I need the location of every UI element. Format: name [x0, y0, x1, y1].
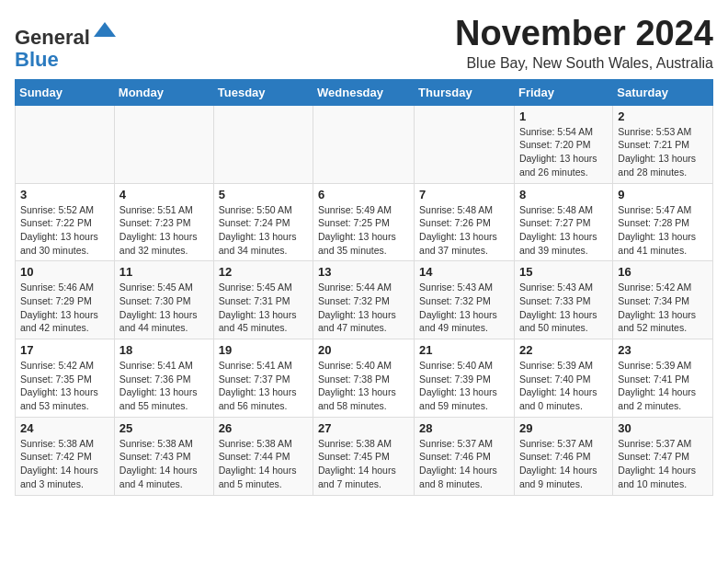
day-number: 24 — [20, 421, 109, 435]
calendar-cell: 17Sunrise: 5:42 AMSunset: 7:35 PMDayligh… — [16, 339, 115, 418]
day-number: 29 — [519, 421, 608, 435]
calendar-cell: 21Sunrise: 5:40 AMSunset: 7:39 PMDayligh… — [415, 339, 515, 418]
day-info: Sunrise: 5:51 AMSunset: 7:23 PMDaylight:… — [119, 203, 209, 258]
calendar-cell — [415, 105, 515, 183]
day-number: 12 — [219, 265, 308, 279]
day-number: 18 — [119, 343, 209, 357]
calendar-cell: 30Sunrise: 5:37 AMSunset: 7:47 PMDayligh… — [613, 417, 713, 495]
day-info: Sunrise: 5:49 AMSunset: 7:25 PMDaylight:… — [318, 203, 409, 258]
calendar-cell: 9Sunrise: 5:47 AMSunset: 7:28 PMDaylight… — [613, 183, 713, 261]
calendar-cell: 27Sunrise: 5:38 AMSunset: 7:45 PMDayligh… — [313, 417, 415, 495]
calendar-cell: 15Sunrise: 5:43 AMSunset: 7:33 PMDayligh… — [514, 261, 612, 339]
day-number: 10 — [20, 265, 109, 279]
day-info: Sunrise: 5:47 AMSunset: 7:28 PMDaylight:… — [618, 203, 708, 258]
calendar-cell — [16, 105, 115, 183]
day-number: 15 — [519, 265, 608, 279]
day-number: 19 — [219, 343, 308, 357]
day-number: 5 — [219, 188, 308, 201]
week-row-2: 3Sunrise: 5:52 AMSunset: 7:22 PMDaylight… — [16, 183, 713, 261]
calendar-cell: 14Sunrise: 5:43 AMSunset: 7:32 PMDayligh… — [415, 261, 515, 339]
day-number: 4 — [119, 188, 209, 201]
day-info: Sunrise: 5:38 AMSunset: 7:44 PMDaylight:… — [219, 437, 308, 491]
calendar-cell: 16Sunrise: 5:42 AMSunset: 7:34 PMDayligh… — [613, 261, 713, 339]
calendar-cell: 5Sunrise: 5:50 AMSunset: 7:24 PMDaylight… — [213, 183, 313, 261]
day-info: Sunrise: 5:40 AMSunset: 7:38 PMDaylight:… — [318, 359, 409, 413]
day-info: Sunrise: 5:38 AMSunset: 7:45 PMDaylight:… — [318, 437, 409, 491]
calendar-cell: 24Sunrise: 5:38 AMSunset: 7:42 PMDayligh… — [16, 417, 115, 495]
logo-general-text: General — [15, 26, 90, 49]
day-number: 22 — [519, 343, 608, 357]
calendar-cell: 28Sunrise: 5:37 AMSunset: 7:46 PMDayligh… — [415, 417, 515, 495]
calendar-cell: 19Sunrise: 5:41 AMSunset: 7:37 PMDayligh… — [213, 339, 313, 418]
calendar-cell: 25Sunrise: 5:38 AMSunset: 7:43 PMDayligh… — [114, 417, 213, 495]
day-info: Sunrise: 5:48 AMSunset: 7:26 PMDaylight:… — [419, 203, 509, 258]
calendar-cell: 12Sunrise: 5:45 AMSunset: 7:31 PMDayligh… — [213, 261, 313, 339]
day-number: 8 — [519, 188, 608, 201]
day-number: 25 — [119, 421, 209, 435]
day-info: Sunrise: 5:48 AMSunset: 7:27 PMDaylight:… — [519, 203, 608, 258]
day-info: Sunrise: 5:50 AMSunset: 7:24 PMDaylight:… — [219, 203, 308, 258]
day-info: Sunrise: 5:43 AMSunset: 7:32 PMDaylight:… — [419, 281, 509, 335]
day-number: 14 — [419, 265, 509, 279]
calendar-cell: 29Sunrise: 5:37 AMSunset: 7:46 PMDayligh… — [514, 417, 612, 495]
day-number: 11 — [119, 265, 209, 279]
day-info: Sunrise: 5:45 AMSunset: 7:30 PMDaylight:… — [119, 281, 209, 335]
day-info: Sunrise: 5:38 AMSunset: 7:42 PMDaylight:… — [20, 437, 109, 491]
day-number: 17 — [20, 343, 109, 357]
calendar-cell: 7Sunrise: 5:48 AMSunset: 7:26 PMDaylight… — [415, 183, 515, 261]
calendar-cell: 13Sunrise: 5:44 AMSunset: 7:32 PMDayligh… — [313, 261, 415, 339]
weekday-header-tuesday: Tuesday — [213, 79, 313, 105]
logo: General Blue — [15, 18, 118, 71]
day-info: Sunrise: 5:54 AMSunset: 7:20 PMDaylight:… — [519, 125, 608, 179]
day-number: 13 — [318, 265, 409, 279]
week-row-5: 24Sunrise: 5:38 AMSunset: 7:42 PMDayligh… — [16, 417, 713, 495]
weekday-header-row: SundayMondayTuesdayWednesdayThursdayFrid… — [16, 79, 713, 105]
day-number: 20 — [318, 343, 409, 357]
day-info: Sunrise: 5:46 AMSunset: 7:29 PMDaylight:… — [20, 281, 109, 335]
calendar-cell: 6Sunrise: 5:49 AMSunset: 7:25 PMDaylight… — [313, 183, 415, 261]
day-number: 3 — [20, 188, 109, 201]
week-row-3: 10Sunrise: 5:46 AMSunset: 7:29 PMDayligh… — [16, 261, 713, 339]
weekday-header-wednesday: Wednesday — [313, 79, 415, 105]
title-section: November 2024 Blue Bay, New South Wales,… — [455, 15, 713, 72]
day-number: 2 — [618, 109, 708, 123]
location-title: Blue Bay, New South Wales, Australia — [455, 55, 713, 72]
day-info: Sunrise: 5:39 AMSunset: 7:41 PMDaylight:… — [618, 359, 708, 413]
day-number: 30 — [618, 421, 708, 435]
day-number: 27 — [318, 421, 409, 435]
day-number: 1 — [519, 109, 608, 123]
calendar-cell: 11Sunrise: 5:45 AMSunset: 7:30 PMDayligh… — [114, 261, 213, 339]
weekday-header-sunday: Sunday — [16, 79, 115, 105]
calendar-cell: 18Sunrise: 5:41 AMSunset: 7:36 PMDayligh… — [114, 339, 213, 418]
day-info: Sunrise: 5:44 AMSunset: 7:32 PMDaylight:… — [318, 281, 409, 335]
svg-marker-0 — [94, 22, 116, 37]
day-info: Sunrise: 5:38 AMSunset: 7:43 PMDaylight:… — [119, 437, 209, 491]
day-info: Sunrise: 5:41 AMSunset: 7:36 PMDaylight:… — [119, 359, 209, 413]
day-info: Sunrise: 5:53 AMSunset: 7:21 PMDaylight:… — [618, 125, 708, 179]
calendar-cell: 26Sunrise: 5:38 AMSunset: 7:44 PMDayligh… — [213, 417, 313, 495]
logo-icon — [92, 18, 118, 44]
day-info: Sunrise: 5:37 AMSunset: 7:46 PMDaylight:… — [419, 437, 509, 491]
month-title: November 2024 — [455, 15, 713, 53]
day-info: Sunrise: 5:52 AMSunset: 7:22 PMDaylight:… — [20, 203, 109, 258]
calendar-cell: 4Sunrise: 5:51 AMSunset: 7:23 PMDaylight… — [114, 183, 213, 261]
week-row-4: 17Sunrise: 5:42 AMSunset: 7:35 PMDayligh… — [16, 339, 713, 418]
day-info: Sunrise: 5:43 AMSunset: 7:33 PMDaylight:… — [519, 281, 608, 335]
weekday-header-saturday: Saturday — [613, 79, 713, 105]
day-number: 23 — [618, 343, 708, 357]
calendar-cell: 10Sunrise: 5:46 AMSunset: 7:29 PMDayligh… — [16, 261, 115, 339]
day-number: 9 — [618, 188, 708, 201]
weekday-header-friday: Friday — [514, 79, 612, 105]
day-info: Sunrise: 5:37 AMSunset: 7:47 PMDaylight:… — [618, 437, 708, 491]
day-info: Sunrise: 5:41 AMSunset: 7:37 PMDaylight:… — [219, 359, 308, 413]
calendar-cell: 2Sunrise: 5:53 AMSunset: 7:21 PMDaylight… — [613, 105, 713, 183]
day-info: Sunrise: 5:45 AMSunset: 7:31 PMDaylight:… — [219, 281, 308, 335]
calendar-cell — [213, 105, 313, 183]
calendar-cell: 22Sunrise: 5:39 AMSunset: 7:40 PMDayligh… — [514, 339, 612, 418]
day-number: 26 — [219, 421, 308, 435]
day-number: 6 — [318, 188, 409, 201]
day-info: Sunrise: 5:37 AMSunset: 7:46 PMDaylight:… — [519, 437, 608, 491]
calendar-cell — [313, 105, 415, 183]
day-number: 28 — [419, 421, 509, 435]
weekday-header-monday: Monday — [114, 79, 213, 105]
